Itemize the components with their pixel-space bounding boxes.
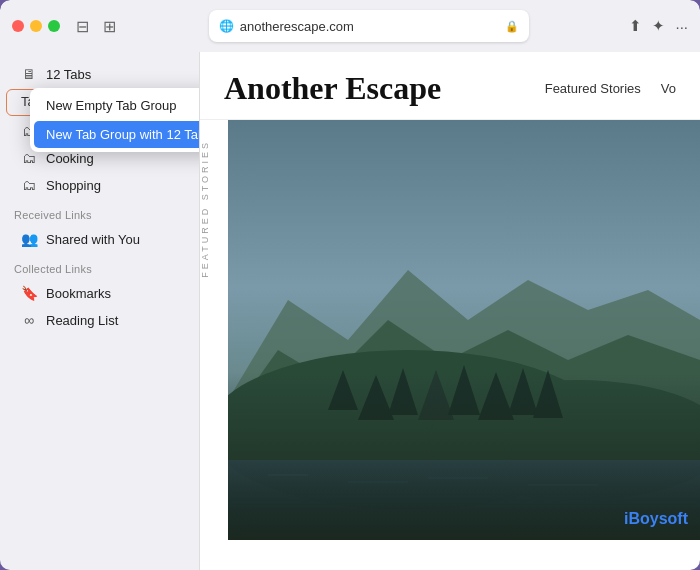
more-icon[interactable]: ··· [675,18,688,35]
new-empty-tab-group-item[interactable]: New Empty Tab Group [34,92,200,119]
svg-marker-8 [418,370,454,420]
vertical-text-area: Featured Stories [200,120,228,540]
shared-icon: 👥 [20,231,38,247]
svg-marker-7 [388,368,418,415]
sidebar-item-shopping[interactable]: 🗂 Shopping [6,172,193,198]
nav-item-vo[interactable]: Vo [661,81,676,96]
traffic-lights [12,20,60,32]
nav-item-featured[interactable]: Featured Stories [545,81,641,96]
browser-content: Another Escape Featured Stories Vo Featu… [200,52,700,570]
shared-with-you-label: Shared with You [46,232,140,247]
svg-marker-12 [533,370,563,418]
monitor-icon: 🖥 [20,66,38,82]
title-bar: ⊟ ⊞ 🌐 anotherescape.com 🔒 ⬆ ✦ ··· [0,0,700,52]
website-image-area: Featured Stories [200,120,700,540]
vertical-text: Featured Stories [200,140,210,278]
svg-rect-13 [228,460,700,540]
hero-image: iBoysoft [228,120,700,540]
tab-group-dropdown: New Empty Tab Group New Tab Group with 1… [30,88,200,152]
watermark: iBoysoft [624,510,688,528]
url-bar[interactable]: 🌐 anotherescape.com 🔒 [209,10,529,42]
share-icon[interactable]: ⬆ [629,17,642,35]
sidebar-item-shared-with-you[interactable]: 👥 Shared with You [6,226,193,252]
lock-icon: 🔒 [505,20,519,33]
extensions-icon[interactable]: ✦ [652,17,665,35]
reading-list-label: Reading List [46,313,118,328]
main-area: New Empty Tab Group New Tab Group with 1… [0,52,700,570]
close-button[interactable] [12,20,24,32]
favicon-icon: 🌐 [219,19,234,33]
shopping-label: Shopping [46,178,101,193]
collected-links-label: Collected Links [0,253,199,279]
all-tabs-item[interactable]: 🖥 12 Tabs [6,61,193,87]
sidebar: New Empty Tab Group New Tab Group with 1… [0,52,200,570]
website-nav: Featured Stories Vo [545,81,676,96]
svg-marker-6 [358,375,394,420]
website-header: Another Escape Featured Stories Vo [200,52,700,120]
new-tab-group-with-tabs-item[interactable]: New Tab Group with 12 Tabs [34,121,200,148]
bookmark-icon: 🔖 [20,285,38,301]
tab-group-icon-cooking: 🗂 [20,150,38,166]
sidebar-item-bookmarks[interactable]: 🔖 Bookmarks [6,280,193,306]
tabs-label: 12 Tabs [46,67,91,82]
reading-list-icon: ∞ [20,312,38,328]
website-title: Another Escape [224,70,441,107]
svg-marker-9 [448,365,480,415]
minimize-button[interactable] [30,20,42,32]
svg-marker-10 [478,372,514,420]
tab-group-icon-shopping: 🗂 [20,177,38,193]
maximize-button[interactable] [48,20,60,32]
sidebar-toggle-icon[interactable]: ⊟ [76,17,89,36]
received-links-label: Received Links [0,199,199,225]
sidebar-item-reading-list[interactable]: ∞ Reading List [6,307,193,333]
svg-marker-11 [508,368,538,415]
cooking-label: Cooking [46,151,94,166]
svg-point-4 [428,380,700,500]
tab-overview-icon[interactable]: ⊞ [103,17,116,36]
url-text: anotherescape.com [240,19,499,34]
toolbar-right: ⬆ ✦ ··· [629,17,688,35]
svg-point-3 [228,350,608,510]
svg-marker-5 [328,370,358,410]
bookmarks-label: Bookmarks [46,286,111,301]
